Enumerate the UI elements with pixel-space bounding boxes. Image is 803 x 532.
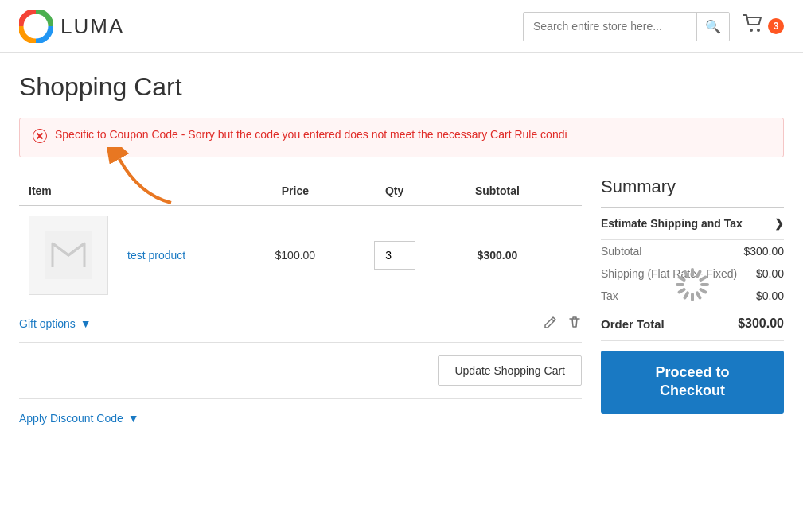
tax-value: $0.00: [756, 289, 784, 302]
svg-point-2: [757, 29, 760, 32]
col-subtotal: Subtotal: [445, 177, 551, 206]
svg-rect-14: [683, 291, 690, 301]
page-title: Shopping Cart: [19, 72, 784, 102]
cart-table: Item Price Qty Subtotal: [19, 177, 582, 305]
svg-rect-17: [677, 275, 687, 282]
search-button[interactable]: 🔍: [696, 13, 729, 41]
chevron-down-icon-discount: ▼: [128, 412, 139, 425]
logo-text: LUMA: [60, 14, 124, 39]
luma-logo-icon: [19, 10, 53, 43]
qty-input[interactable]: [374, 241, 415, 270]
product-image-cell: [19, 206, 118, 305]
tax-label: Tax: [601, 289, 618, 302]
order-total-row: Order Total $300.00: [601, 307, 784, 341]
shipping-area: Shipping (Flat Rate - Fixed) $0.00 Tax $…: [601, 262, 784, 307]
checkout-button[interactable]: Proceed toCheckout: [601, 351, 784, 414]
gift-options-row: Gift options ▼: [19, 305, 582, 343]
svg-rect-9: [699, 275, 708, 282]
svg-rect-7: [691, 268, 694, 277]
logo-area[interactable]: LUMA: [19, 10, 124, 43]
error-icon: [33, 129, 47, 147]
error-message: Specific to Coupon Code - Sorry but the …: [55, 128, 567, 141]
order-total-label: Order Total: [601, 317, 665, 331]
site-header: LUMA 🔍 3: [0, 0, 803, 53]
subtotal-value: $300.00: [743, 245, 784, 258]
product-name: test product: [127, 249, 185, 262]
cart-icon: [743, 14, 765, 38]
col-qty: Qty: [345, 177, 445, 206]
shipping-section-header[interactable]: Estimate Shipping and Tax ❯: [601, 217, 784, 230]
shipping-section-label: Estimate Shipping and Tax: [601, 217, 743, 230]
svg-rect-11: [699, 287, 708, 294]
action-icons-cell: [550, 206, 582, 305]
edit-icon[interactable]: [544, 315, 558, 332]
subtotal-label: Subtotal: [601, 245, 641, 258]
svg-point-1: [750, 29, 753, 32]
search-icon: 🔍: [705, 20, 721, 33]
cart-table-body: test product $100.00 $300.00: [19, 206, 582, 305]
update-cart-button[interactable]: Update Shopping Cart: [438, 355, 582, 386]
subtotal-row: Subtotal $300.00: [601, 240, 784, 262]
checkout-label: Proceed toCheckout: [655, 364, 729, 398]
table-row: test product $100.00 $300.00: [19, 206, 582, 305]
subtotal-cell: $300.00: [445, 206, 551, 305]
search-input[interactable]: [524, 14, 696, 39]
gift-options-label: Gift options: [19, 317, 76, 330]
svg-rect-10: [700, 283, 709, 286]
action-icons: [544, 315, 582, 332]
col-price: Price: [246, 177, 345, 206]
chevron-down-icon: ▼: [80, 317, 92, 330]
apply-discount-label: Apply Discount Code: [19, 412, 123, 425]
main-content: Shopping Cart Specific to Coupon Code - …: [0, 53, 803, 456]
gift-options-link[interactable]: Gift options ▼: [19, 317, 92, 330]
cart-count-badge: 3: [768, 18, 784, 34]
update-row: Update Shopping Cart: [19, 343, 582, 399]
search-box[interactable]: 🔍: [523, 12, 730, 41]
shipping-chevron-icon: ❯: [774, 217, 784, 230]
loading-spinner: @keyframes spin { 0%{opacity:1} 100%{opa…: [672, 265, 712, 305]
product-name-cell: test product: [118, 206, 246, 305]
svg-rect-12: [695, 291, 702, 301]
svg-rect-16: [676, 283, 684, 286]
summary-title: Summary: [601, 177, 784, 208]
svg-rect-15: [677, 287, 687, 294]
svg-rect-13: [691, 293, 694, 301]
apply-discount-link[interactable]: Apply Discount Code ▼: [19, 399, 582, 437]
svg-rect-8: [695, 270, 702, 279]
qty-cell: [345, 206, 445, 305]
svg-rect-18: [683, 270, 690, 279]
price-cell: $100.00: [246, 206, 345, 305]
cart-icon-area[interactable]: 3: [743, 14, 784, 38]
order-total-value: $300.00: [738, 316, 784, 331]
shipping-value: $0.00: [756, 267, 784, 280]
delete-icon[interactable]: [567, 315, 582, 332]
header-right: 🔍 3: [523, 12, 784, 41]
shipping-label: Shipping (Flat Rate - Fixed): [601, 267, 737, 280]
cart-table-header: Item Price Qty Subtotal: [19, 177, 582, 206]
col-actions: [550, 177, 582, 206]
cart-section: Item Price Qty Subtotal: [19, 177, 582, 437]
summary-panel: Summary Estimate Shipping and Tax ❯ Subt…: [601, 177, 784, 414]
error-banner: Specific to Coupon Code - Sorry but the …: [19, 118, 784, 157]
shipping-section: Estimate Shipping and Tax ❯: [601, 208, 784, 240]
col-item: Item: [19, 177, 246, 206]
product-image: [29, 216, 108, 295]
content-row: Item Price Qty Subtotal: [19, 177, 784, 437]
